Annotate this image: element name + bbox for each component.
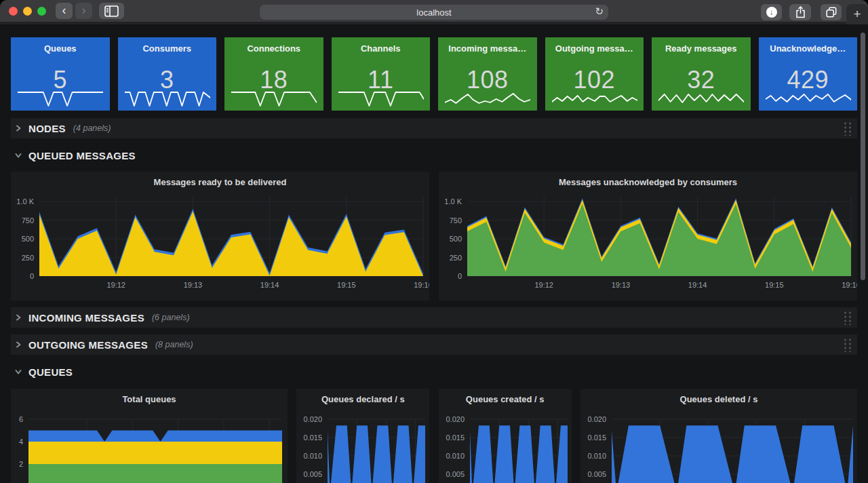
queues-charts: Total queues 246 Queues declared / s 0.0…	[11, 389, 857, 483]
row-title: OUTGOING MESSAGES	[28, 339, 148, 351]
share-button[interactable]	[789, 4, 811, 20]
sparkline	[18, 90, 103, 108]
svg-text:4: 4	[19, 438, 23, 446]
refresh-icon[interactable]: ↻	[595, 5, 604, 18]
back-button[interactable]: ‹	[56, 3, 73, 19]
svg-text:750: 750	[22, 216, 34, 225]
chart-panel-queues-declared[interactable]: Queues declared / s 0.0050.0100.0150.020	[296, 389, 429, 483]
stat-title: Ready messages	[652, 43, 751, 54]
scrollbar-thumb[interactable]	[861, 33, 865, 280]
stat-panel-incoming-messages[interactable]: Incoming messa… 108	[438, 37, 537, 111]
svg-text:1.0 K: 1.0 K	[444, 197, 462, 206]
close-window-button[interactable]	[9, 7, 18, 16]
chart-panel-messages-ready[interactable]: Messages ready to be delivered 025050075…	[11, 172, 429, 301]
chart-panel-total-queues[interactable]: Total queues 246	[11, 389, 288, 483]
stat-panel-ready-messages[interactable]: Ready messages 32	[652, 37, 751, 111]
browser-window: ‹ › localhost ↻ ↓	[0, 0, 868, 483]
svg-text:750: 750	[450, 216, 462, 225]
svg-text:19:14: 19:14	[260, 281, 279, 289]
downloads-button[interactable]: ↓	[761, 4, 782, 20]
svg-text:2: 2	[19, 460, 23, 468]
chevron-down-icon	[14, 151, 22, 159]
back-chevron-icon: ‹	[62, 4, 66, 16]
stat-panel-unacknowledged[interactable]: Unacknowledge… 429	[759, 37, 858, 111]
stat-title: Outgoing messa…	[545, 43, 644, 54]
svg-text:500: 500	[22, 235, 34, 243]
url-text: localhost	[416, 7, 451, 18]
stat-title: Channels	[332, 43, 431, 54]
row-title: INCOMING MESSAGES	[28, 312, 144, 324]
chart-panel-queues-deleted[interactable]: Queues deleted / s 0.0050.0100.0150.020	[580, 389, 857, 483]
svg-text:0.010: 0.010	[587, 452, 606, 460]
chart-panel-queues-created[interactable]: Queues created / s 0.0050.0100.0150.020	[439, 389, 572, 483]
svg-text:19:15: 19:15	[765, 281, 784, 289]
svg-text:1.0 K: 1.0 K	[16, 197, 34, 206]
sidebar-toggle-button[interactable]	[99, 3, 124, 19]
chevron-down-icon	[14, 368, 22, 376]
svg-text:0.005: 0.005	[587, 470, 606, 478]
share-icon	[795, 6, 806, 18]
panel-title[interactable]: Messages ready to be delivered	[11, 177, 429, 187]
svg-text:0.020: 0.020	[446, 415, 465, 423]
address-bar[interactable]: localhost ↻	[260, 5, 608, 20]
panel-title[interactable]: Total queues	[11, 394, 288, 404]
panel-title[interactable]: Queues created / s	[439, 394, 572, 404]
svg-text:250: 250	[22, 254, 34, 262]
svg-text:500: 500	[450, 235, 462, 243]
panel-title[interactable]: Queues declared / s	[296, 394, 429, 404]
traffic-lights	[9, 7, 46, 16]
forward-chevron-icon: ›	[82, 4, 86, 16]
chevron-right-icon	[14, 341, 22, 349]
svg-text:0.020: 0.020	[304, 415, 323, 423]
forward-button[interactable]: ›	[75, 3, 92, 19]
new-tab-button[interactable]: +	[846, 4, 868, 24]
row-drag-handle[interactable]	[842, 337, 852, 352]
chevron-right-icon	[14, 124, 22, 132]
panel-title[interactable]: Messages unacknowledged by consumers	[439, 177, 857, 187]
sparkline	[445, 90, 530, 108]
stat-title: Connections	[224, 43, 323, 54]
row-panel-count: (4 panels)	[73, 123, 111, 133]
minimize-window-button[interactable]	[23, 7, 32, 16]
stat-title: Consumers	[118, 43, 217, 54]
svg-text:0.015: 0.015	[587, 433, 606, 442]
row-header-outgoing-messages[interactable]: OUTGOING MESSAGES (8 panels)	[11, 334, 857, 355]
sparkline	[125, 90, 210, 108]
svg-text:19:12: 19:12	[106, 281, 125, 289]
tab-overview-button[interactable]	[821, 4, 842, 20]
chart-panel-messages-unacknowledged[interactable]: Messages unacknowledged by consumers 025…	[439, 172, 857, 301]
row-header-queued-messages[interactable]: QUEUED MESSAGES	[11, 145, 857, 166]
tabs-icon	[826, 7, 837, 18]
svg-text:0.010: 0.010	[304, 452, 323, 460]
svg-text:0: 0	[30, 272, 34, 280]
stat-panel-outgoing-messages[interactable]: Outgoing messa… 102	[545, 37, 644, 111]
row-header-incoming-messages[interactable]: INCOMING MESSAGES (6 panels)	[11, 307, 857, 328]
row-header-nodes[interactable]: NODES (4 panels)	[11, 118, 857, 138]
svg-text:0.020: 0.020	[587, 415, 606, 423]
chevron-right-icon	[14, 313, 22, 322]
panel-title[interactable]: Queues deleted / s	[580, 394, 857, 404]
row-header-queues[interactable]: QUEUES	[11, 362, 857, 382]
sparkline	[231, 90, 317, 108]
svg-text:19:16: 19:16	[842, 281, 857, 289]
row-panel-count: (6 panels)	[152, 313, 190, 322]
queued-messages-charts: Messages ready to be delivered 025050075…	[11, 172, 857, 301]
stat-panel-queues[interactable]: Queues 5	[11, 37, 110, 111]
svg-text:250: 250	[450, 254, 462, 262]
sparkline	[766, 90, 851, 108]
row-drag-handle[interactable]	[842, 310, 852, 325]
sparkline	[338, 90, 424, 108]
stat-title: Incoming messa…	[438, 43, 537, 54]
zoom-window-button[interactable]	[37, 7, 46, 16]
stat-panel-connections[interactable]: Connections 18	[224, 37, 323, 111]
svg-text:19:12: 19:12	[534, 281, 553, 289]
row-panel-count: (8 panels)	[155, 340, 193, 349]
row-drag-handle[interactable]	[842, 121, 852, 136]
svg-text:0.010: 0.010	[446, 452, 465, 460]
stat-panel-consumers[interactable]: Consumers 3	[118, 37, 217, 111]
browser-chrome: ‹ › localhost ↻ ↓	[0, 0, 868, 22]
svg-text:0.005: 0.005	[446, 470, 465, 478]
row-title: NODES	[28, 123, 66, 134]
stat-title: Queues	[11, 43, 110, 54]
stat-panel-channels[interactable]: Channels 11	[332, 37, 431, 111]
